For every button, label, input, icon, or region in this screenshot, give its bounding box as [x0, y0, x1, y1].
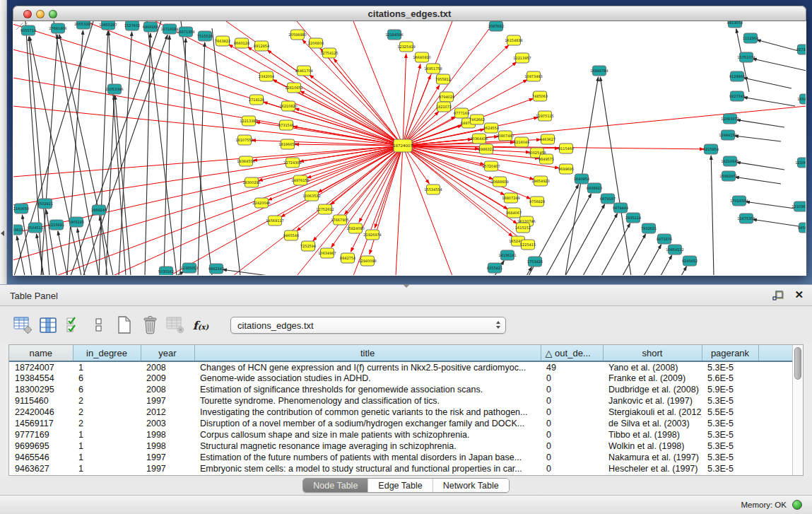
graph-node[interactable]: 18300295	[242, 177, 260, 187]
graph-node[interactable]: 9731546	[278, 120, 294, 130]
table-source-combobox[interactable]: citations_edges.txt	[230, 317, 506, 334]
show-columns-icon[interactable]	[37, 314, 59, 337]
graph-node[interactable]: 20598980	[288, 30, 306, 40]
column-header-short[interactable]: short	[603, 345, 702, 361]
graph-node[interactable]: 12724304	[283, 158, 301, 168]
graph-node[interactable]: 16640910	[413, 52, 430, 62]
graph-node[interactable]: 6879197	[600, 194, 616, 204]
table-cell[interactable]: 2	[73, 418, 141, 429]
graph-node[interactable]: 10063532	[302, 191, 320, 201]
graph-node[interactable]: 12213957	[513, 53, 531, 63]
graph-node[interactable]: 12754125	[320, 48, 338, 58]
graph-node[interactable]: 20364436	[470, 134, 488, 144]
table-cell[interactable]: Nakamura et al. (1997)	[603, 452, 702, 463]
network-canvas[interactable]: 1232541916640910169517587955812979402818…	[13, 21, 806, 275]
graph-node[interactable]: 18807249	[502, 193, 519, 203]
table-cell[interactable]: 1997	[141, 463, 194, 474]
graph-node[interactable]: 5225415	[520, 240, 536, 250]
table-cell[interactable]: 2003	[141, 418, 194, 429]
graph-node[interactable]: 21053346	[105, 84, 123, 94]
graph-node[interactable]: 18724007	[393, 139, 413, 152]
new-document-icon[interactable]	[113, 314, 136, 337]
graph-node[interactable]: 2718126	[249, 95, 264, 105]
graph-node[interactable]: 9245652	[682, 256, 698, 266]
graph-node[interactable]: 8942754	[340, 253, 355, 263]
table-cell[interactable]: de Silva et al. (2003)	[603, 418, 702, 429]
table-cell[interactable]: 5.3E-5	[702, 463, 758, 474]
table-cell[interactable]: Dudbridge et al. (2008)	[603, 384, 702, 395]
graph-node[interactable]: 2087682	[488, 21, 504, 31]
graph-node[interactable]: 17016504	[730, 196, 748, 206]
graph-node[interactable]: 27691406	[49, 23, 66, 33]
table-row[interactable]: 946362711997Embryonic stem cells: a mode…	[9, 463, 792, 474]
graph-node[interactable]: 8938923	[587, 183, 602, 193]
graph-node[interactable]: 16210645	[721, 156, 739, 166]
graph-node[interactable]: 1215681	[49, 220, 64, 230]
table-row[interactable]: 946554611997Estimation of the future num…	[9, 452, 792, 463]
row-height-icon[interactable]	[88, 314, 110, 337]
graph-node[interactable]: 2160650	[13, 204, 29, 214]
table-cell[interactable]: 5.9E-5	[702, 384, 758, 395]
table-cell[interactable]: 1997	[141, 452, 194, 463]
graph-node[interactable]: 6466160	[143, 22, 158, 32]
table-cell[interactable]: Embryonic stem cells: a model to study s…	[194, 463, 541, 474]
table-cell[interactable]: Wolkin et al. (1998)	[603, 440, 702, 452]
graph-node[interactable]: 10807487	[496, 131, 514, 141]
graph-node[interactable]: 9862342	[208, 264, 224, 274]
graph-node[interactable]: 9777169	[454, 108, 469, 118]
graph-node[interactable]: 16848784	[590, 66, 608, 76]
graph-node[interactable]: 9463627	[540, 134, 555, 144]
table-cell[interactable]: 9463627	[9, 463, 73, 474]
graph-node[interactable]: 8255421	[487, 263, 502, 273]
table-cell[interactable]: Tibbo et al. (1998)	[603, 429, 702, 440]
table-cell[interactable]: 5.3E-5	[702, 429, 758, 440]
table-cell[interactable]: 0	[541, 407, 603, 418]
table-cell[interactable]: Investigating the contribution of common…	[194, 407, 541, 418]
delete-rows-icon[interactable]	[139, 314, 161, 337]
graph-node[interactable]: 15892971	[719, 171, 737, 181]
table-mode-icon[interactable]	[11, 314, 34, 337]
table-cell[interactable]: 1	[73, 361, 141, 373]
graph-node[interactable]: 12106430	[795, 158, 806, 168]
graph-node[interactable]: 12103654	[792, 201, 806, 211]
table-cell[interactable]: 2	[73, 395, 141, 407]
graph-node[interactable]: 15824090	[346, 223, 364, 233]
graph-node[interactable]: 10654112	[666, 245, 683, 255]
table-cell[interactable]: 6	[73, 384, 141, 395]
graph-node[interactable]: 10655287	[99, 21, 117, 30]
graph-node[interactable]: 14569117	[266, 216, 283, 226]
graph-node[interactable]: 12093872	[721, 114, 739, 124]
graph-node[interactable]: 7462662	[469, 115, 485, 124]
splitter-handle-icon[interactable]	[403, 284, 410, 288]
table-cell[interactable]: Estimation of the future numbers of pati…	[194, 452, 541, 463]
graph-node[interactable]: 10688609	[490, 177, 508, 187]
table-cell[interactable]: 0	[541, 395, 603, 407]
graph-node[interactable]: 18196657	[278, 139, 296, 149]
graph-node[interactable]: 2935114	[625, 213, 641, 223]
table-cell[interactable]: 5.3E-5	[702, 395, 758, 407]
graph-node[interactable]: 9849575	[539, 154, 554, 164]
graph-node[interactable]: 14976158	[291, 175, 309, 185]
table-cell[interactable]: Structural magnetic resonance image aver…	[194, 440, 541, 452]
table-cell[interactable]: 49	[541, 361, 603, 373]
tab-node-table[interactable]: Node Table	[303, 479, 367, 492]
table-cell[interactable]: 2012	[141, 407, 194, 418]
graph-node[interactable]: 21926974	[363, 230, 381, 240]
table-cell[interactable]: 2008	[141, 384, 194, 395]
graph-node[interactable]: 1615152	[515, 223, 531, 233]
graph-node[interactable]: 9456012	[798, 223, 806, 233]
graph-node[interactable]: 9193918	[13, 225, 23, 235]
table-cell[interactable]: 1997	[141, 395, 194, 407]
graph-node[interactable]: 15720407	[482, 161, 500, 171]
table-cell[interactable]: 5.3E-5	[702, 440, 758, 452]
table-cell[interactable]: 5.3E-5	[702, 361, 758, 373]
graph-node[interactable]: 1640954	[574, 174, 589, 184]
table-row[interactable]: 2242004622012Investigating the contribut…	[9, 407, 792, 418]
table-cell[interactable]: 5.6E-5	[702, 373, 758, 384]
graph-node[interactable]: 10973493	[524, 71, 542, 81]
canvas-resize-grip[interactable]	[13, 21, 29, 30]
table-cell[interactable]: 22420046	[9, 407, 73, 418]
graph-node[interactable]: 18107552	[235, 135, 253, 145]
graph-node[interactable]: 12610651	[285, 83, 302, 93]
table-cell[interactable]: 0	[541, 463, 603, 474]
